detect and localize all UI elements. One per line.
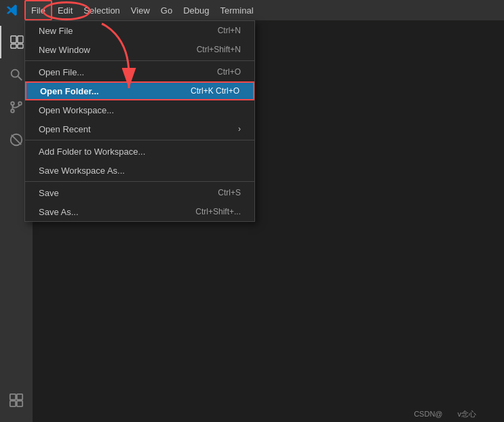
separator-3 [25,181,254,182]
svg-rect-2 [18,36,23,43]
menu-go[interactable]: Go [155,0,178,20]
menu-selection[interactable]: Selection [78,0,125,20]
menu-item-add-folder[interactable]: Add Folder to Workspace... [25,142,254,161]
menu-item-new-file[interactable]: New File Ctrl+N [25,21,254,40]
svg-rect-4 [18,44,23,48]
svg-rect-15 [10,401,16,406]
svg-rect-13 [10,394,16,400]
svg-line-12 [12,135,21,145]
watermark: CSDN@ v念心 [414,409,499,419]
menu-item-save-as[interactable]: Save As... Ctrl+Shift+... [25,202,254,221]
menu-item-save[interactable]: Save Ctrl+S [25,183,254,202]
svg-line-6 [18,77,22,81]
svg-rect-1 [11,36,16,43]
vscode-logo [3,0,22,20]
menu-view[interactable]: View [125,0,155,20]
menu-item-new-window[interactable]: New Window Ctrl+Shift+N [25,40,254,59]
separator-2 [25,140,254,140]
menu-debug[interactable]: Debug [178,0,214,20]
submenu-arrow: › [238,124,241,134]
file-dropdown-menu: New File Ctrl+N New Window Ctrl+Shift+N … [24,20,255,222]
menu-bar: File Edit Selection View Go Debug Termin… [0,0,504,20]
svg-rect-14 [17,394,22,400]
menu-file[interactable]: File [24,0,52,20]
menu-item-open-workspace[interactable]: Open Workspace... [25,100,254,119]
menu-item-open-file[interactable]: Open File... Ctrl+O [25,62,254,81]
menu-edit[interactable]: Edit [52,0,78,20]
menu-item-open-recent[interactable]: Open Recent › [25,119,254,138]
svg-point-5 [12,70,19,77]
svg-point-8 [18,102,22,105]
svg-rect-16 [17,401,22,406]
svg-point-7 [11,102,14,105]
menu-item-save-workspace-as[interactable]: Save Workspace As... [25,161,254,180]
svg-point-9 [11,109,14,113]
separator-1 [25,60,254,61]
menu-item-open-folder[interactable]: Open Folder... Ctrl+K Ctrl+O [25,81,254,100]
svg-rect-3 [11,44,16,48]
menu-terminal[interactable]: Terminal [214,0,258,20]
sidebar-extensions-icon[interactable] [0,384,33,417]
